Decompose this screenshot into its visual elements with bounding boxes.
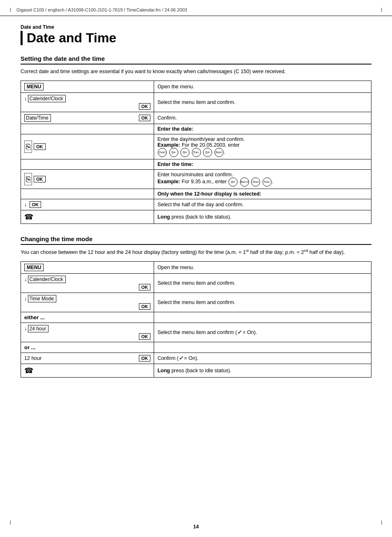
datetime-box: Date/Time [24, 114, 51, 122]
table-row: ↓ OK Select the half of the day and conf… [21, 199, 371, 210]
nav-item-cell: ↓ Calender/Clock OK [24, 95, 150, 110]
ok-key: OK [139, 115, 151, 121]
table-cell-left [21, 124, 154, 134]
tick-mark1: ✓ [237, 330, 241, 335]
menu-key2: MENU [24, 264, 44, 271]
table-cell-right: Enter the date: [154, 124, 371, 134]
table-cell-right: Long press (back to idle status). [154, 364, 371, 377]
table-cell-left: MENU [21, 261, 154, 273]
either-cell: either ... [21, 312, 154, 323]
nav-item-cell3: ↓ Time Mode OK [24, 295, 150, 310]
tick-mark2: ✓ [179, 355, 183, 361]
long-label2: Long [157, 368, 170, 373]
table-cell-left [21, 189, 154, 199]
table-row: ☎ Long press (back to idle status). [21, 210, 371, 224]
12hour-label: Only when the 12-hour display is selecte… [157, 191, 261, 197]
header-text: Gigaset C100 / englisch / A31008-C100-J1… [16, 7, 187, 12]
table-row: 12 hour OK Confirm (✓ = On). [21, 353, 371, 364]
table-cell-left: ☎ [21, 364, 154, 377]
ok-key2: OK [139, 284, 151, 290]
section-label: Date and Time [21, 24, 371, 30]
ok-row2: OK [24, 284, 150, 290]
table-cell-right: Only when the 12-hour display is selecte… [154, 189, 371, 199]
key-5jkl: 5JKL [192, 148, 201, 157]
nav-item-cell2: ↓ Calender/Clock OK [24, 276, 150, 290]
table-row-either: either ... [21, 312, 371, 323]
key-3def: 3DEF [214, 148, 224, 157]
section2: Changing the time mode You can choose be… [21, 234, 371, 378]
table-row: ↓ Calender/Clock OK Select the menu item… [21, 92, 371, 112]
table-cell-left: ⎘ OK [21, 134, 154, 159]
phone-icon: ☎ [24, 213, 33, 221]
keypad-icon2: ⎘ [24, 173, 32, 185]
section2-heading: Changing the time mode [21, 234, 371, 242]
section2-intro: You can choose between the 12 hour and t… [21, 248, 371, 256]
menu-item-inner: ↓ Calender/Clock [24, 95, 150, 102]
ok-row4: OK [24, 333, 150, 340]
table-cell-right: Select the menu item and confirm. [154, 92, 371, 112]
table-cell-left: ↓ OK [21, 199, 154, 210]
table-cell-right: Enter the day/month/year and confirm. Ex… [154, 134, 371, 159]
menu-item-box3: Time Mode [28, 295, 57, 302]
table-row: MENU Open the menu. [21, 81, 371, 92]
table-cell-right: Select the menu item and confirm. [154, 293, 371, 312]
table-row: ⎘ OK Enter hours/minutes and confirm. Ex… [21, 169, 371, 189]
table-cell-left: ↓ 24 hour OK [21, 323, 154, 342]
table-cell-right: Confirm (✓ = On). [154, 353, 371, 364]
table-row: Enter the time: [21, 159, 371, 169]
menu-item-inner4: ↓ 24 hour [24, 325, 150, 332]
key-2abc: 2ABC [158, 148, 167, 157]
keypad-ok-row2: ⎘ OK [24, 173, 150, 185]
corner-mark-tr: | [381, 7, 382, 12]
section1-table: MENU Open the menu. ↓ Calender/Clock [21, 81, 371, 224]
page-number: 14 [193, 524, 198, 530]
table-cell-right [154, 312, 371, 323]
menu-item-box: Calender/Clock [28, 95, 66, 102]
enter-date-label: Enter the date: [157, 126, 194, 132]
12hour-label-box: 12 hour [24, 355, 42, 361]
table-cell-right [154, 342, 371, 353]
ok-key5: OK [139, 355, 151, 362]
ok-key: OK [34, 176, 46, 182]
long-label: Long [157, 214, 170, 220]
menu-item-box2: Calender/Clock [28, 276, 66, 283]
section1-intro: Correct date and time settings are essen… [21, 68, 371, 76]
ok-row3: OK [24, 303, 150, 310]
ok-row: OK [24, 103, 150, 110]
table-row: Date/Time OK Confirm. [21, 112, 371, 124]
table-cell-right: Select the half of the day and confirm. [154, 199, 371, 210]
nav-ok-row: ↓ OK [24, 201, 150, 208]
key-0plus3: 0+ [203, 148, 212, 157]
corner-mark-tl: | [10, 7, 11, 12]
table-cell-left: Date/Time OK [21, 112, 154, 124]
table-cell-right: Long press (back to idle status). [154, 210, 371, 224]
table-cell-right: Confirm. [154, 112, 371, 124]
or-cell: or ... [21, 342, 154, 353]
ok-key3: OK [139, 303, 151, 310]
main-title: Date and Time [21, 31, 371, 45]
section1-heading: Setting the date and the time [21, 53, 371, 62]
table-cell-left: MENU [21, 81, 154, 92]
example-label: Example: [157, 142, 180, 148]
table-row: ⎘ OK Enter the day/month/year and confir… [21, 134, 371, 159]
table-row: ☎ Long press (back to idle status). [21, 364, 371, 377]
menu-item-inner3: ↓ Time Mode [24, 295, 150, 302]
keypad-ok-row: ⎘ OK [24, 141, 150, 153]
table-cell-right: Select the menu item and confirm (✓ = On… [154, 323, 371, 342]
section2-divider [21, 244, 371, 245]
nav-arrow-icon5: ↓ [24, 325, 27, 332]
ok-key4: OK [139, 333, 151, 340]
menu-item-box4: 24 hour [28, 325, 49, 332]
table-row: ↓ Calender/Clock OK Select the menu item… [21, 273, 371, 293]
example-label2: Example: [157, 179, 180, 184]
table-cell-right: Open the menu. [154, 81, 371, 92]
page: | | | | Gigaset C100 / englisch / A31008… [0, 0, 392, 537]
phone-icon2: ☎ [24, 366, 33, 375]
corner-mark-bl: | [10, 520, 11, 525]
table-cell-right: Enter the time: [154, 159, 371, 169]
table-cell-left [21, 159, 154, 169]
table-cell-right: Select the menu item and confirm. [154, 273, 371, 293]
enter-time-label: Enter the time: [157, 161, 194, 167]
table-cell-right: Open the menu. [154, 261, 371, 273]
date-time-row: Date/Time OK [24, 114, 150, 122]
